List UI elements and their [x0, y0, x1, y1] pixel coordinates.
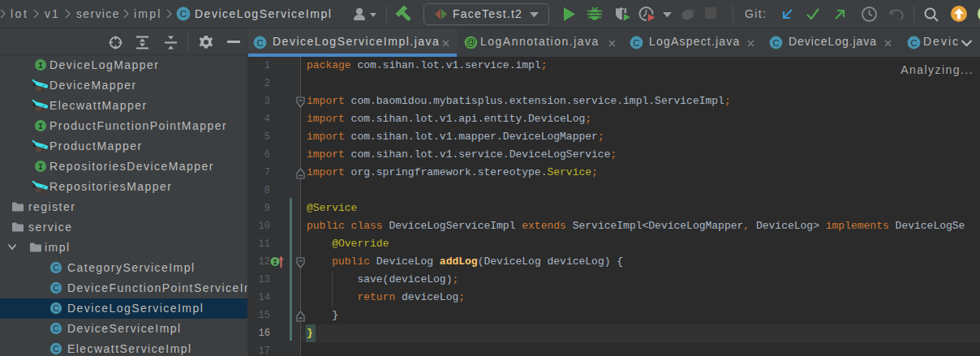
svg-text:C: C — [773, 38, 780, 48]
svg-text:C: C — [257, 38, 264, 48]
svg-text:C: C — [53, 283, 59, 293]
svg-text:C: C — [53, 344, 59, 354]
svg-text:C: C — [53, 324, 59, 333]
svg-text:I: I — [38, 163, 43, 172]
svg-text:C: C — [180, 9, 187, 19]
svg-text:C: C — [911, 38, 918, 48]
svg-text:I: I — [273, 258, 277, 267]
svg-text:I: I — [38, 122, 43, 131]
svg-text:I: I — [38, 62, 43, 71]
svg-text:C: C — [634, 38, 640, 48]
svg-text:C: C — [53, 263, 59, 272]
svg-text:@: @ — [466, 36, 475, 48]
svg-text:C: C — [53, 303, 59, 313]
